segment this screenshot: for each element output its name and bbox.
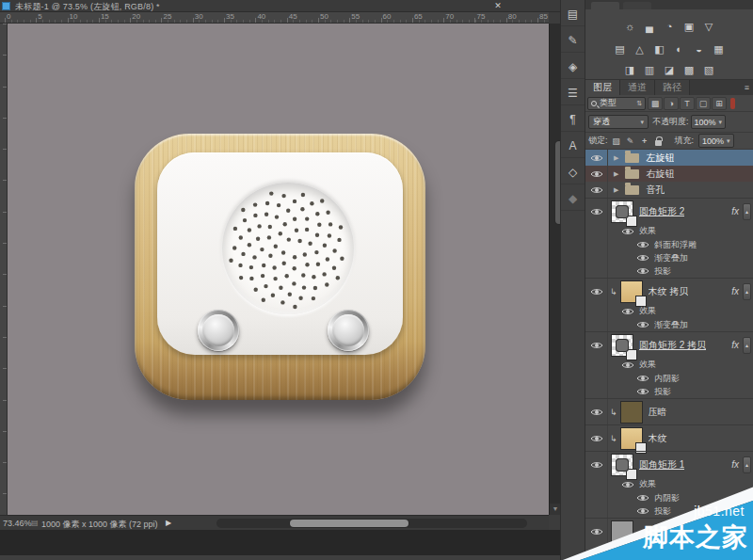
filter-shape-layers-icon[interactable]: ▢: [696, 97, 711, 110]
brush-presets-panel-icon[interactable]: ◈: [561, 55, 585, 79]
character-panel-icon[interactable]: A: [561, 134, 585, 158]
fx-collapse-chevron-icon[interactable]: ▴: [743, 337, 751, 354]
lock-all-icon[interactable]: [653, 135, 665, 147]
layer-row[interactable]: ▶右旋钮: [585, 166, 753, 182]
effect-eye-icon[interactable]: [636, 506, 649, 516]
horizontal-scrollbar[interactable]: [216, 519, 527, 528]
fill-value[interactable]: 100% ▾: [698, 134, 734, 148]
layer-row[interactable]: 投影: [585, 264, 753, 278]
color-lookup-icon[interactable]: ▦: [711, 41, 727, 56]
left-knob[interactable]: [198, 310, 239, 351]
vertical-ruler[interactable]: [0, 24, 8, 515]
layer-row[interactable]: 圆角矩形 2fx▴: [585, 198, 753, 224]
layer-row[interactable]: 圆角矩形 2 拷贝fx▴: [585, 331, 753, 358]
document-titlebar[interactable]: 未标题-1 @ 73.5% (左旋钮, RGB/8) * ✕: [0, 0, 560, 12]
lock-position-icon[interactable]: +: [639, 135, 650, 147]
visibility-eye-icon[interactable]: [590, 430, 603, 447]
layer-row[interactable]: 渐变叠加: [585, 318, 753, 331]
filter-kind-dropdown[interactable]: 类型 ⇅: [587, 97, 646, 110]
layer-row[interactable]: 圆角矩形 1fx▴: [585, 451, 753, 477]
vertical-scrollbar[interactable]: ▼: [549, 24, 560, 515]
effect-eye-icon[interactable]: [636, 266, 649, 276]
selective-color-icon[interactable]: ▧: [701, 62, 717, 77]
close-icon[interactable]: ✕: [491, 0, 505, 11]
layer-thumbnail[interactable]: [612, 201, 633, 222]
exposure-icon[interactable]: ▣: [681, 19, 697, 34]
effect-eye-icon[interactable]: [636, 374, 649, 383]
layer-row[interactable]: ↳木纹: [585, 424, 753, 451]
horizontal-ruler[interactable]: 0510152025303540455055606570758085: [0, 12, 549, 24]
effect-eye-icon[interactable]: [636, 253, 649, 263]
layer-row[interactable]: 效果: [585, 358, 753, 372]
layer-row[interactable]: 渐变叠加: [585, 251, 753, 264]
tab-channels[interactable]: 通道: [620, 80, 655, 95]
effect-eye-icon[interactable]: [636, 387, 649, 396]
brightness-contrast-icon[interactable]: ☼: [622, 19, 638, 34]
layer-row[interactable]: 内阴影: [585, 491, 753, 504]
layer-thumbnail[interactable]: [612, 521, 633, 542]
layer-row[interactable]: 内阴影: [585, 372, 753, 385]
layer-thumbnail[interactable]: [621, 402, 642, 423]
effect-eye-icon[interactable]: [636, 240, 649, 249]
zoom-level[interactable]: 73.46%: [3, 519, 32, 528]
right-knob[interactable]: [328, 310, 369, 351]
layer-thumbnail[interactable]: [621, 281, 642, 302]
speaker-icon-wood-frame[interactable]: [135, 134, 425, 400]
visibility-eye-icon[interactable]: [590, 337, 603, 354]
horizontal-scrollbar-thumb[interactable]: [290, 520, 409, 527]
filter-toggle-icon[interactable]: [730, 98, 735, 109]
layer-row[interactable]: 投影: [585, 385, 753, 398]
hue-saturation-icon[interactable]: ▤: [612, 41, 628, 56]
effects-eye-icon[interactable]: [621, 307, 634, 316]
paragraph-panel-icon[interactable]: ¶: [561, 107, 585, 132]
status-menu-arrow-icon[interactable]: ▶: [166, 519, 171, 527]
blend-mode-dropdown[interactable]: 穿透 ▾: [588, 115, 649, 129]
properties-panel-icon[interactable]: ◆: [561, 186, 585, 211]
tool-presets-panel-icon[interactable]: ☰: [561, 81, 585, 105]
layer-row[interactable]: 效果: [585, 224, 753, 238]
histogram-panel-icon[interactable]: ▤: [561, 2, 585, 26]
notes-panel-icon[interactable]: ✎: [561, 28, 585, 53]
levels-icon[interactable]: ▄: [642, 19, 658, 34]
expand-arrow-icon[interactable]: ▶: [614, 170, 618, 178]
effects-eye-icon[interactable]: [621, 227, 634, 236]
layer-thumbnail[interactable]: [621, 428, 642, 449]
visibility-eye-icon[interactable]: [590, 182, 603, 199]
lock-transparency-icon[interactable]: ▨: [611, 135, 622, 147]
3d-panel-icon[interactable]: ◇: [561, 160, 585, 184]
layer-row[interactable]: 效果: [585, 304, 753, 318]
fx-collapse-chevron-icon[interactable]: ▴: [743, 456, 751, 473]
adjustments-tab-strip[interactable]: [585, 0, 753, 9]
gradient-map-icon[interactable]: ▩: [681, 62, 697, 77]
opacity-value[interactable]: 100% ▾: [691, 115, 727, 129]
filter-smart-objects-icon[interactable]: ⊞: [712, 97, 727, 110]
posterize-icon[interactable]: ▥: [642, 62, 658, 77]
canvas-area[interactable]: [8, 24, 549, 515]
curves-icon[interactable]: ◔: [662, 19, 678, 34]
threshold-icon[interactable]: ◪: [662, 62, 678, 77]
layer-row[interactable]: 投影: [585, 504, 753, 518]
layer-row[interactable]: 效果: [585, 477, 753, 491]
visibility-eye-icon[interactable]: [590, 203, 603, 220]
layer-row[interactable]: ▶音孔: [585, 182, 753, 198]
effects-eye-icon[interactable]: [621, 360, 634, 370]
invert-icon[interactable]: ◨: [622, 62, 638, 77]
visibility-eye-icon[interactable]: [590, 456, 603, 473]
layer-row[interactable]: ↳木纹 拷贝fx▴: [585, 278, 753, 304]
layer-thumbnail[interactable]: [612, 335, 633, 356]
visibility-eye-icon[interactable]: [590, 283, 603, 300]
layer-row[interactable]: ▶左旋钮: [585, 150, 753, 166]
filter-adjustment-layers-icon[interactable]: ◑: [664, 97, 679, 110]
lock-pixels-icon[interactable]: ✎: [625, 135, 636, 147]
visibility-eye-icon[interactable]: [590, 150, 603, 167]
photo-filter-icon[interactable]: ◐: [671, 41, 687, 56]
layer-row[interactable]: 斜面和浮雕: [585, 238, 753, 251]
visibility-eye-icon[interactable]: [590, 404, 603, 421]
fx-collapse-chevron-icon[interactable]: ▴: [743, 283, 751, 300]
effects-eye-icon[interactable]: [621, 480, 634, 489]
effect-eye-icon[interactable]: [636, 493, 649, 503]
channel-mixer-icon[interactable]: ◒: [691, 41, 707, 56]
layer-row[interactable]: [585, 518, 753, 544]
vibrance-icon[interactable]: ▽: [701, 19, 717, 34]
fx-collapse-chevron-icon[interactable]: ▴: [743, 203, 751, 220]
